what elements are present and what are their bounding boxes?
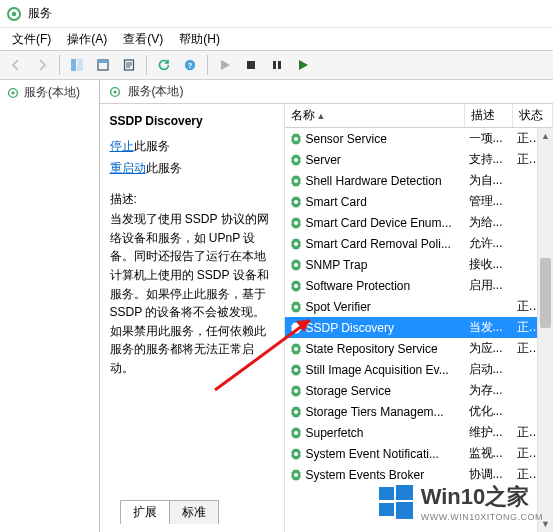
window-title: 服务 xyxy=(28,5,52,22)
svg-point-32 xyxy=(293,472,297,476)
service-desc-cell: 维护... xyxy=(465,422,513,443)
service-row[interactable]: Spot Verifier正在... xyxy=(285,296,553,317)
sort-asc-icon: ▲ xyxy=(317,111,326,121)
service-desc-cell: 接收... xyxy=(465,254,513,275)
services-table-wrap: 名称▲ 描述 状态 Sensor Service一项...正在...Server… xyxy=(285,104,554,532)
service-desc-cell: 管理... xyxy=(465,191,513,212)
svg-rect-3 xyxy=(77,59,83,71)
pause-service-button[interactable] xyxy=(265,53,289,77)
tab-standard[interactable]: 标准 xyxy=(169,500,219,524)
column-header-status[interactable]: 状态 xyxy=(513,104,553,128)
stop-service-link[interactable]: 停止 xyxy=(110,139,134,153)
service-row[interactable]: System Event Notificati...监视...正在... xyxy=(285,443,553,464)
nav-back-button[interactable] xyxy=(4,53,28,77)
service-desc-cell: 为存... xyxy=(465,380,513,401)
right-pane-header-label: 服务(本地) xyxy=(128,83,184,100)
service-desc-cell: 监视... xyxy=(465,443,513,464)
service-name-cell: Server xyxy=(285,149,465,170)
service-name-cell: Smart Card xyxy=(285,191,465,212)
service-detail-pane: SSDP Discovery 停止此服务 重启动此服务 描述: 当发现了使用 S… xyxy=(100,104,285,532)
service-row[interactable]: System Events Broker协调...正在... xyxy=(285,464,553,485)
service-name-cell: SNMP Trap xyxy=(285,254,465,275)
service-name-cell: State Repository Service xyxy=(285,338,465,359)
stop-service-button[interactable] xyxy=(239,53,263,77)
service-row[interactable]: Smart Card Device Enum...为给... xyxy=(285,212,553,233)
service-row[interactable]: Still Image Acquisition Ev...启动... xyxy=(285,359,553,380)
menu-view[interactable]: 查看(V) xyxy=(115,29,171,50)
refresh-button[interactable] xyxy=(152,53,176,77)
service-name-cell: Shell Hardware Detection xyxy=(285,170,465,191)
description-label: 描述: xyxy=(110,191,274,208)
service-row[interactable]: Smart Card Removal Poli...允许... xyxy=(285,233,553,254)
menu-action[interactable]: 操作(A) xyxy=(59,29,115,50)
svg-point-29 xyxy=(293,409,297,413)
service-row[interactable]: Superfetch维护...正在... xyxy=(285,422,553,443)
service-desc-cell: 启动... xyxy=(465,359,513,380)
menu-help[interactable]: 帮助(H) xyxy=(171,29,228,50)
nav-forward-button[interactable] xyxy=(30,53,54,77)
service-name-cell: Still Image Acquisition Ev... xyxy=(285,359,465,380)
service-row[interactable]: Storage Service为存... xyxy=(285,380,553,401)
right-pane-header: 服务(本地) xyxy=(100,80,554,104)
service-name-cell: SSDP Discovery xyxy=(285,317,465,338)
service-desc-cell: 为自... xyxy=(465,170,513,191)
svg-point-18 xyxy=(293,178,297,182)
service-row[interactable]: State Repository Service为应...正在... xyxy=(285,338,553,359)
export-list-button[interactable] xyxy=(117,53,141,77)
svg-rect-5 xyxy=(98,60,108,63)
svg-point-23 xyxy=(293,283,297,287)
svg-point-15 xyxy=(113,90,116,93)
service-desc-cell: 当发... xyxy=(465,317,513,338)
help-button[interactable]: ? xyxy=(178,53,202,77)
svg-point-26 xyxy=(293,346,297,350)
titlebar: 服务 xyxy=(0,0,553,28)
service-row[interactable]: Storage Tiers Managem...优化... xyxy=(285,401,553,422)
svg-point-30 xyxy=(293,430,297,434)
service-desc-cell: 为应... xyxy=(465,338,513,359)
stop-service-line: 停止此服务 xyxy=(110,136,274,158)
service-row[interactable]: Server支持...正在... xyxy=(285,149,553,170)
svg-rect-2 xyxy=(71,59,76,71)
menu-file[interactable]: 文件(F) xyxy=(4,29,59,50)
service-name-cell: Sensor Service xyxy=(285,128,465,150)
tree-root-label: 服务(本地) xyxy=(24,84,80,101)
start-service-button[interactable] xyxy=(213,53,237,77)
toolbar: ? xyxy=(0,50,553,80)
scroll-up-button[interactable]: ▲ xyxy=(538,128,553,144)
service-row[interactable]: Software Protection启用... xyxy=(285,275,553,296)
service-row[interactable]: Shell Hardware Detection为自... xyxy=(285,170,553,191)
service-desc-cell xyxy=(465,296,513,317)
scroll-down-button[interactable]: ▼ xyxy=(538,516,553,532)
svg-text:?: ? xyxy=(188,61,193,70)
restart-service-button[interactable] xyxy=(291,53,315,77)
service-name-cell: System Events Broker xyxy=(285,464,465,485)
scroll-thumb[interactable] xyxy=(540,258,551,328)
tree-root[interactable]: 服务(本地) xyxy=(0,80,99,105)
show-hide-tree-button[interactable] xyxy=(65,53,89,77)
console-tree: 服务(本地) xyxy=(0,80,100,532)
vertical-scrollbar[interactable]: ▲ ▼ xyxy=(537,128,553,532)
selected-service-title: SSDP Discovery xyxy=(110,114,274,128)
properties-button[interactable] xyxy=(91,53,115,77)
toolbar-separator xyxy=(146,55,147,75)
svg-point-19 xyxy=(293,199,297,203)
tab-extended[interactable]: 扩展 xyxy=(120,500,170,524)
column-header-name[interactable]: 名称▲ xyxy=(285,104,465,128)
service-row[interactable]: Smart Card管理... xyxy=(285,191,553,212)
service-row[interactable]: SSDP Discovery当发...正在... xyxy=(285,317,553,338)
svg-point-25 xyxy=(293,325,297,329)
svg-point-28 xyxy=(293,388,297,392)
service-desc-cell: 启用... xyxy=(465,275,513,296)
service-desc-cell: 为给... xyxy=(465,212,513,233)
restart-service-link[interactable]: 重启动 xyxy=(110,161,146,175)
menubar: 文件(F) 操作(A) 查看(V) 帮助(H) xyxy=(0,28,553,50)
service-row[interactable]: Sensor Service一项...正在... xyxy=(285,128,553,150)
service-row[interactable]: SNMP Trap接收... xyxy=(285,254,553,275)
toolbar-separator xyxy=(59,55,60,75)
column-header-desc[interactable]: 描述 xyxy=(465,104,513,128)
svg-point-17 xyxy=(293,157,297,161)
svg-point-21 xyxy=(293,241,297,245)
svg-point-27 xyxy=(293,367,297,371)
service-name-cell: System Event Notificati... xyxy=(285,443,465,464)
svg-point-31 xyxy=(293,451,297,455)
